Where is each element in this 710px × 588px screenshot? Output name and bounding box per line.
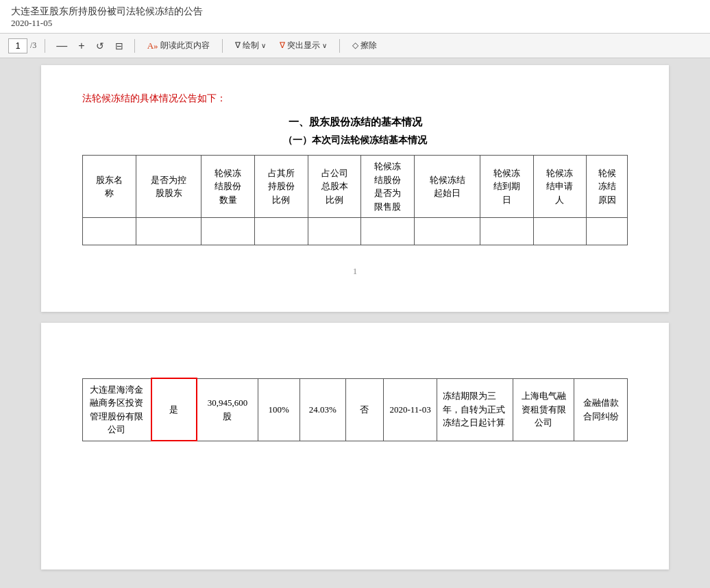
toolbar-separator-3: [222, 39, 223, 53]
erase-icon: ◇: [352, 40, 358, 51]
fit-button[interactable]: ⊟: [112, 40, 126, 52]
cell-total-ratio: 24.03%: [299, 378, 345, 441]
doc-date: 2020-11-05: [11, 18, 699, 29]
doc-header: 大连圣亚股东所持股份被司法轮候冻结的公告 2020-11-05: [0, 0, 710, 34]
col-total-ratio: 占公司总股本比例: [308, 156, 361, 218]
cell-restricted: 否: [345, 378, 384, 441]
col-end-date: 轮候冻结到期日: [480, 156, 533, 218]
toolbar-separator-1: [45, 39, 45, 53]
draw-icon: ∇: [235, 40, 241, 51]
read-button[interactable]: A» 朗读此页内容: [143, 38, 214, 53]
cell-start-date: 2020-11-03: [384, 378, 437, 441]
zoom-in-button[interactable]: +: [75, 39, 87, 53]
col-is-controlling: 是否为控股股东: [136, 156, 201, 218]
cell-applicant: 上海电气融资租赁有限公司: [513, 378, 574, 441]
page-1-panel: 法轮候冻结的具体情况公告如下： 一、股东股份冻结的基本情况 （一）本次司法轮候冻…: [41, 65, 669, 312]
col-own-ratio: 占其所持股份比例: [255, 156, 308, 218]
page-total: /3: [30, 40, 36, 51]
page-input-group: /3: [8, 38, 36, 53]
draw-label: 绘制: [243, 40, 259, 51]
toolbar-separator-4: [339, 39, 340, 53]
erase-button[interactable]: ◇ 擦除: [348, 38, 381, 53]
highlight-chevron-icon: ∨: [322, 42, 327, 49]
col-start-date: 轮候冻结起始日: [415, 156, 480, 218]
toolbar: /3 — + ↺ ⊟ A» 朗读此页内容 ∇ 绘制 ∨ ∇ 突出显示 ∨ ◇ 擦…: [0, 34, 710, 58]
col-frozen-shares: 轮候冻结股份数量: [201, 156, 255, 218]
page-2-panel: 大连星海湾金融商务区投资管理股份有限公司 是 30,945,600股 100% …: [41, 323, 669, 569]
toolbar-separator-2: [134, 39, 135, 53]
draw-button[interactable]: ∇ 绘制 ∨: [231, 38, 270, 53]
read-icon: A»: [147, 40, 158, 51]
erase-label: 擦除: [360, 40, 377, 51]
table-header-row: 股东名称 是否为控股股东 轮候冻结股份数量 占其所持股份比例 占公司总股本比例 …: [83, 156, 628, 218]
highlight-button[interactable]: ∇ 突出显示 ∨: [276, 38, 331, 53]
page-number-input[interactable]: [8, 38, 27, 53]
page-1-number: 1: [82, 266, 628, 277]
zoom-out-button[interactable]: —: [53, 39, 70, 53]
intro-text: 法轮候冻结的具体情况公告如下：: [82, 93, 628, 105]
cell-frozen-shares: 30,945,600股: [197, 378, 258, 441]
col-shareholder-name: 股东名称: [83, 156, 136, 218]
read-label: 朗读此页内容: [160, 40, 210, 51]
col-restricted: 轮候冻结股份是否为限售股: [361, 156, 415, 218]
table-row: 大连星海湾金融商务区投资管理股份有限公司 是 30,945,600股 100% …: [83, 378, 628, 441]
cell-shareholder-name: 大连星海湾金融商务区投资管理股份有限公司: [83, 378, 151, 441]
freeze-table-data: 大连星海湾金融商务区投资管理股份有限公司 是 30,945,600股 100% …: [82, 378, 628, 441]
reset-button[interactable]: ↺: [93, 40, 107, 52]
table-empty-row: [83, 218, 628, 245]
col-applicant: 轮候冻结申请人: [533, 156, 587, 218]
doc-title: 大连圣亚股东所持股份被司法轮候冻结的公告: [11, 5, 699, 18]
section-title-1: 一、股东股份冻结的基本情况: [82, 116, 628, 129]
cell-reason: 金融借款合同纠纷: [574, 378, 628, 441]
highlight-label: 突出显示: [287, 40, 320, 51]
content-area: 法轮候冻结的具体情况公告如下： 一、股东股份冻结的基本情况 （一）本次司法轮候冻…: [0, 58, 710, 588]
draw-chevron-icon: ∨: [261, 42, 266, 49]
cell-own-ratio: 100%: [258, 378, 299, 441]
freeze-table-header: 股东名称 是否为控股股东 轮候冻结股份数量 占其所持股份比例 占公司总股本比例 …: [82, 155, 628, 245]
col-reason: 轮候冻结原因: [587, 156, 628, 218]
cell-is-controlling: 是: [151, 378, 197, 441]
cell-end-date: 冻结期限为三年，自转为正式冻结之日起计算: [437, 378, 513, 441]
section-title-2: （一）本次司法轮候冻结基本情况: [82, 134, 628, 147]
highlight-icon: ∇: [280, 40, 285, 51]
